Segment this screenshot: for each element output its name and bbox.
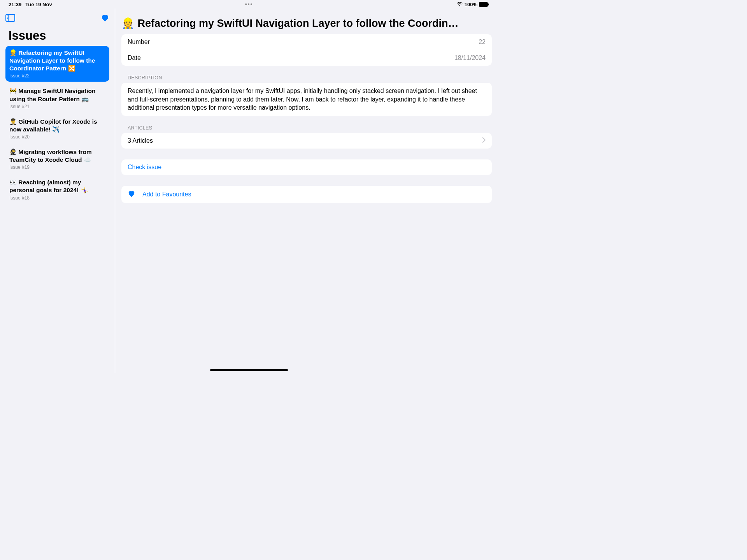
issue-item-title: 👷 Refactoring my SwiftUI Navigation Laye… [9, 49, 105, 72]
issue-item-sub: Issue #18 [9, 195, 105, 201]
articles-label: 3 Articles [128, 137, 153, 144]
battery-icon [479, 2, 489, 7]
issue-item-sub: Issue #22 [9, 73, 105, 79]
status-time: 21:39 [9, 2, 21, 7]
home-indicator[interactable] [210, 369, 288, 371]
chevron-right-icon [482, 137, 486, 144]
battery-percent: 100% [465, 2, 477, 7]
description-header: DESCRIPTION [121, 75, 492, 83]
issue-item-sub: Issue #21 [9, 104, 105, 109]
multitask-dots[interactable]: ••• [245, 1, 253, 7]
sidebar-title: Issues [5, 29, 109, 43]
description-text: Recently, I implemented a navigation lay… [121, 83, 492, 116]
issue-list: 👷 Refactoring my SwiftUI Navigation Laye… [5, 46, 109, 206]
sidebar-item-issue[interactable]: 👨‍✈️ GitHub Copilot for Xcode is now ava… [5, 115, 109, 143]
check-issue-button[interactable]: Check issue [121, 159, 492, 175]
sidebar-item-issue[interactable]: 🥷 Migrating workflows from TeamCity to X… [5, 145, 109, 173]
issue-item-sub: Issue #19 [9, 164, 105, 170]
number-row: Number 22 [121, 34, 492, 50]
number-value: 22 [479, 38, 486, 46]
articles-header: ARTICLES [121, 125, 492, 133]
issue-item-title: 👀 Reaching (almost) my personal goals fo… [9, 178, 105, 194]
sidebar: Issues 👷 Refactoring my SwiftUI Navigati… [0, 9, 115, 373]
svg-rect-1 [488, 4, 489, 5]
add-favourite-row[interactable]: Add to Favourites [121, 186, 492, 203]
sidebar-item-issue[interactable]: 👷 Refactoring my SwiftUI Navigation Laye… [5, 46, 109, 82]
status-bar: 21:39 Tue 19 Nov ••• 100% [0, 0, 498, 9]
issue-item-title: 👨‍✈️ GitHub Copilot for Xcode is now ava… [9, 118, 105, 133]
status-date: Tue 19 Nov [25, 2, 52, 7]
sidebar-toggle-icon[interactable] [5, 14, 15, 22]
date-value: 18/11/2024 [454, 54, 486, 61]
heart-icon [128, 190, 135, 199]
articles-row[interactable]: 3 Articles [121, 133, 492, 149]
sidebar-item-issue[interactable]: 👀 Reaching (almost) my personal goals fo… [5, 175, 109, 203]
wifi-icon [456, 2, 463, 7]
date-label: Date [128, 54, 141, 61]
issue-item-title: 🥷 Migrating workflows from TeamCity to X… [9, 148, 105, 164]
favourites-icon[interactable] [101, 14, 109, 22]
number-label: Number [128, 38, 150, 46]
issue-item-sub: Issue #20 [9, 134, 105, 140]
meta-card: Number 22 Date 18/11/2024 [121, 34, 492, 66]
date-row: Date 18/11/2024 [121, 50, 492, 66]
sidebar-item-issue[interactable]: 🚧 Manage SwiftUI Navigation using the Ro… [5, 84, 109, 112]
check-issue-label: Check issue [128, 164, 161, 170]
content-area: 👷 Refactoring my SwiftUI Navigation Laye… [115, 9, 498, 373]
add-favourite-label: Add to Favourites [142, 191, 191, 198]
svg-rect-2 [6, 14, 15, 21]
svg-rect-0 [479, 2, 488, 7]
issue-item-title: 🚧 Manage SwiftUI Navigation using the Ro… [9, 87, 105, 103]
page-title: 👷 Refactoring my SwiftUI Navigation Laye… [121, 17, 492, 30]
